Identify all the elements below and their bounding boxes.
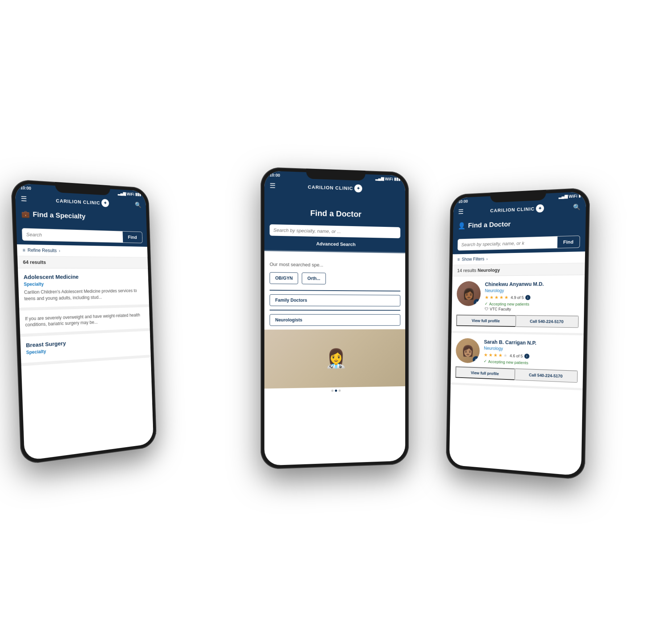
logo-center: CARILION CLINIC ✦ [308,183,362,192]
info-icon-2[interactable]: i [524,353,529,358]
star-2: ★ [490,295,494,300]
signal-center: ▂▄▆ [376,176,384,181]
center-title-area: Find a Doctor [264,192,405,227]
hamburger-right[interactable]: ☰ [458,208,464,216]
doctor-actions-1: View full profile Call 540-224-5170 [456,314,579,328]
view-profile-button-2[interactable]: View full profile [455,366,514,380]
star-2-4: ★ [498,353,503,358]
wifi-center: WiFi [385,176,393,181]
carilion-badge-1: ✦ [474,299,481,306]
time-right: 10:00 [458,199,468,203]
doctor-info-1: Chinekwu Anyanwu M.D. Neurology ★ ★ ★ ★ … [485,280,579,312]
search-input-right[interactable] [458,236,557,250]
find-button-right[interactable]: Find [557,236,580,248]
logo-icon-right: ✦ [536,204,544,212]
hamburger-center[interactable]: ☰ [270,182,275,190]
phone-left: 10:00 ▂▄▆ WiFi ▮▮▮ ☰ CARILION CLINIC ✦ 🔍 [11,179,157,465]
dot-2 [335,389,337,391]
star-4: ★ [499,295,504,300]
phone-right-screen: 10:00 ▂▄▆ WiFi ▮ ☰ CARILION CLINIC ✦ 🔍 [449,191,586,476]
status-icons-center: ▂▄▆ WiFi ▮▮▮ [376,176,401,181]
chevron-right-right: › [486,257,488,261]
separator-1 [270,290,401,291]
spacer-center [393,189,400,190]
specialty-tag-1: Specialty [24,280,144,287]
find-button-left[interactable]: Find [123,231,142,242]
logo-icon-left: ✦ [101,199,109,207]
advanced-search-link[interactable]: Advanced Search [264,236,405,253]
dot-3 [339,389,341,391]
doctor-name-1: Chinekwu Anyanwu M.D. [485,280,579,287]
phone-center: 10:00 ▂▄▆ WiFi ▮▮▮ ☰ CARILION CLINIC ✦ [261,167,409,469]
doctor-avatar-1: 👩🏾 ✦ [457,281,481,306]
page-title-left: 💼 Find a Specialty [21,209,142,223]
battery-right: ▮ [578,193,581,198]
check-icon-2: ✓ [484,359,487,363]
phone-left-screen: 10:00 ▂▄▆ WiFi ▮▮▮ ☰ CARILION CLINIC ✦ 🔍 [15,183,154,461]
refine-bar-left[interactable]: ≡ Refine Results › [17,244,148,257]
doctor-card-inner-1: 👩🏾 ✦ Chinekwu Anyanwu M.D. Neurology ★ ★… [456,280,579,312]
chip-neurologists[interactable]: Neurologists [270,314,401,326]
doctor-card-2: 👩🏽 ✦ Sarah B. Carrigan N.P. Neurology ★ … [451,333,584,390]
carilion-badge-2: ✦ [473,356,480,363]
specialty-item-3[interactable]: Breast Surgery Specialty [20,331,151,366]
search-icon-left[interactable]: 🔍 [135,201,141,208]
logo-icon-center: ✦ [354,184,362,192]
logo-text-center: CARILION CLINIC [308,184,353,191]
doctor-avatar-2: 👩🏽 ✦ [456,338,480,363]
filter-icon-left: ≡ [22,247,25,253]
star-2-5: ★ [503,353,507,358]
doctor-stars-2: ★ ★ ★ ★ ★ 4.6 of 5 i [484,352,578,360]
doctor-stars-1: ★ ★ ★ ★ ★ 4.9 of 5 i [485,295,579,300]
doctor-card-inner-2: 👩🏽 ✦ Sarah B. Carrigan N.P. Neurology ★ … [456,338,578,366]
page-title-right: 👤 Find a Doctor [458,217,580,230]
specialty-item-1[interactable]: Adolescent Medicine Specialty Carilion C… [18,268,149,310]
search-icon-right[interactable]: 🔍 [573,203,581,210]
chip-orth[interactable]: Orth... [302,272,326,284]
content-right: 👤 Find a Doctor Find ≡ Show Filters › [449,213,586,476]
shield-icon-1: 🛡 [485,307,489,311]
star-5: ★ [504,295,509,300]
info-icon-1[interactable]: i [525,295,530,300]
time-left: 10:00 [20,185,31,190]
call-button-2[interactable]: Call 540-224-5170 [514,369,577,383]
chip-obgyn[interactable]: OB/GYN [270,272,298,284]
chevron-right-left: › [59,249,60,253]
star-2-2: ★ [489,352,493,358]
hamburger-left[interactable]: ☰ [21,194,27,203]
rating-text-1: 4.9 of 5 [511,295,524,299]
content-center: Find a Doctor Advanced Search Our most s… [264,192,405,466]
show-filters-label: Show Filters [462,256,485,262]
doctor-actions-2: View full profile Call 540-224-5170 [455,366,577,383]
star-3: ★ [494,295,499,300]
search-bar-container-right: Find [453,232,585,254]
signal-right: ▂▄▆ [559,194,568,199]
logo-left: CARILION CLINIC ✦ [56,196,109,207]
search-input-left[interactable] [22,228,123,242]
doctor-info-2: Sarah B. Carrigan N.P. Neurology ★ ★ ★ ★… [484,338,578,367]
chip-neuro-container: Neurologists [270,314,401,326]
doctor-card-1: 👩🏾 ✦ Chinekwu Anyanwu M.D. Neurology ★ ★… [451,275,585,336]
battery-left: ▮▮▮ [135,192,141,196]
most-searched-label: Our most searched spe... [264,256,405,274]
chip-family-container: Family Doctors [270,294,401,306]
view-profile-button-1[interactable]: View full profile [456,315,516,327]
search-bar-right: Find [457,235,580,250]
status-icons-left: ▂▄▆ WiFi ▮▮▮ [118,191,141,196]
logo-text-right: CARILION CLINIC [490,206,535,213]
center-page-title: Find a Doctor [270,207,401,220]
rating-text-2: 4.6 of 5 [510,353,523,358]
results-count-left: 64 results [17,256,148,268]
wifi-right: WiFi [569,194,577,198]
time-center: 10:00 [270,172,280,177]
logo-text-left: CARILION CLINIC [56,198,100,205]
phone-right: 10:00 ▂▄▆ WiFi ▮ ☰ CARILION CLINIC ✦ 🔍 [446,187,590,480]
doctor-icon-right: 👤 [458,222,465,230]
chip-family[interactable]: Family Doctors [270,294,401,306]
logo-right: CARILION CLINIC ✦ [490,204,544,214]
content-left: 💼 Find a Specialty Find ≡ Refine Results… [16,205,154,461]
bottom-image-center: 👩‍⚕️ [264,329,405,388]
briefcase-icon: 💼 [21,209,30,218]
vtc-badge-1: 🛡 VTC Faculty [485,307,579,312]
call-button-1[interactable]: Call 540-224-5170 [515,315,579,328]
